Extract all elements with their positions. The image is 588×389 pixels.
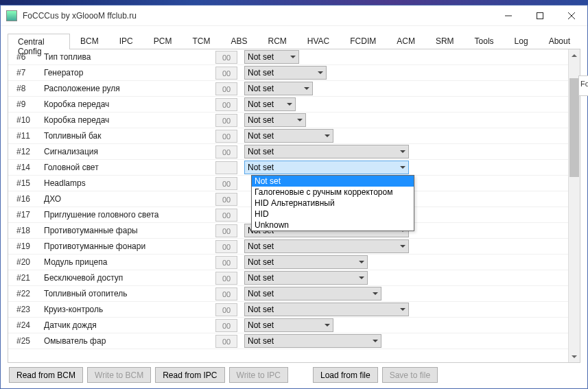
scroll-thumb[interactable] bbox=[569, 78, 579, 176]
row-value-combo[interactable]: Not set bbox=[244, 82, 313, 95]
row-id: #10 bbox=[8, 115, 44, 125]
chevron-down-icon bbox=[400, 245, 405, 248]
row-id: #18 bbox=[8, 226, 44, 235]
row-value-combo[interactable]: Not set bbox=[244, 255, 368, 269]
app-icon bbox=[6, 10, 17, 21]
dropdown-option[interactable]: HID bbox=[252, 209, 414, 220]
row-code-input[interactable]: 00 bbox=[215, 256, 237, 269]
row-code-input[interactable]: 00 bbox=[215, 67, 237, 80]
row-code-input[interactable]: 00 bbox=[215, 51, 237, 64]
combo-text: Not set bbox=[248, 68, 274, 78]
row-label: Противотуманные фонари bbox=[44, 241, 215, 251]
vertical-scrollbar[interactable] bbox=[568, 49, 580, 362]
write-to-bcm-button: Write to BCM bbox=[87, 367, 151, 383]
dropdown-option[interactable]: Галогеновые с ручным корректором bbox=[252, 187, 414, 198]
tab-tcm[interactable]: TCM bbox=[182, 33, 220, 49]
scroll-down-button[interactable] bbox=[569, 351, 580, 362]
config-row: #14Головной светNot set bbox=[8, 160, 568, 176]
combo-text: Not set bbox=[248, 131, 274, 141]
combo-dropdown[interactable]: Not setГалогеновые с ручным корректоромH… bbox=[251, 175, 414, 231]
chevron-down-icon bbox=[400, 166, 405, 169]
row-code-input[interactable]: 00 bbox=[215, 177, 237, 190]
combo-text: Not set bbox=[248, 273, 274, 283]
row-code-input[interactable]: 00 bbox=[215, 145, 237, 158]
maximize-button[interactable] bbox=[524, 5, 556, 26]
load-from-file-button[interactable]: Load from file bbox=[313, 367, 378, 383]
row-code-input[interactable]: 00 bbox=[215, 272, 237, 285]
tab-tools[interactable]: Tools bbox=[464, 33, 504, 49]
scroll-track[interactable] bbox=[569, 61, 580, 351]
row-value-combo[interactable]: Not set bbox=[244, 334, 381, 348]
config-row: #22Топливный отопитель00Not set bbox=[8, 286, 568, 302]
row-value-combo[interactable]: Not set bbox=[244, 129, 333, 143]
tab-pcm[interactable]: PCM bbox=[143, 33, 183, 49]
combo-text: Not set bbox=[248, 147, 274, 156]
row-value-combo[interactable]: Not set bbox=[244, 145, 409, 158]
combo-text: Not set bbox=[248, 257, 274, 267]
combo-text: Not set bbox=[248, 289, 274, 298]
combo-text: Not set bbox=[248, 115, 274, 125]
config-row: #8Расположение руля00Not set bbox=[8, 81, 568, 97]
tab-bcm[interactable]: BCM bbox=[70, 33, 109, 49]
row-label: Противотуманные фары bbox=[44, 226, 215, 235]
tab-central-config[interactable]: Central Config bbox=[8, 34, 70, 49]
row-code-input[interactable]: 00 bbox=[215, 98, 237, 111]
row-id: #14 bbox=[8, 163, 44, 172]
combo-text: Not set bbox=[248, 163, 274, 172]
row-code-input[interactable]: 00 bbox=[215, 240, 237, 253]
close-button[interactable] bbox=[556, 5, 587, 26]
window-title: FoCCCus by xGlоооM ffclub.ru bbox=[23, 11, 137, 21]
row-value-combo[interactable]: Not set bbox=[244, 287, 381, 300]
tab-log[interactable]: Log bbox=[504, 33, 539, 49]
scroll-up-button[interactable] bbox=[569, 49, 580, 61]
row-label: Headlamps bbox=[44, 178, 215, 188]
combo-text: Not set bbox=[248, 52, 274, 62]
dropdown-option[interactable]: HID Альтернативный bbox=[252, 198, 414, 209]
tab-rcm[interactable]: RCM bbox=[257, 33, 296, 49]
row-code-input[interactable]: 00 bbox=[215, 335, 237, 348]
row-value-combo[interactable]: Not set bbox=[244, 161, 409, 174]
row-value-combo[interactable]: Not set bbox=[244, 50, 299, 64]
row-code-input[interactable]: 00 bbox=[215, 193, 237, 206]
tab-srm[interactable]: SRM bbox=[425, 33, 464, 49]
row-label: Круиз-контроль bbox=[44, 305, 215, 314]
tab-abs[interactable]: ABS bbox=[220, 33, 257, 49]
row-value-combo[interactable]: Not set bbox=[244, 303, 409, 316]
row-code-input[interactable]: 00 bbox=[215, 82, 237, 95]
chevron-down-icon bbox=[359, 276, 364, 279]
tab-about[interactable]: About bbox=[539, 33, 580, 49]
row-value-combo[interactable]: Not set bbox=[244, 239, 409, 253]
row-code-input[interactable]: 00 bbox=[215, 114, 237, 127]
tab-ipc[interactable]: IPC bbox=[109, 33, 143, 49]
row-value-combo[interactable]: Not set bbox=[244, 113, 306, 127]
main-window: FoCCCus by xGlоооM ffclub.ru Central Con… bbox=[0, 5, 588, 389]
row-code-input[interactable]: 00 bbox=[215, 209, 237, 222]
row-value-combo[interactable]: Not set bbox=[244, 66, 327, 80]
dropdown-option[interactable]: Not set bbox=[252, 176, 414, 187]
read-from-ipc-button[interactable]: Read from IPC bbox=[155, 367, 224, 383]
tab-hvac[interactable]: HVAC bbox=[297, 33, 340, 49]
row-code-input[interactable] bbox=[215, 161, 237, 174]
chevron-down-icon bbox=[297, 119, 303, 121]
chevron-down-icon bbox=[373, 292, 378, 295]
minimize-button[interactable] bbox=[493, 5, 524, 26]
row-value-combo[interactable]: Not set bbox=[244, 97, 296, 111]
write-to-ipc-button: Write to IPC bbox=[229, 367, 288, 383]
dropdown-option[interactable]: Unknown bbox=[252, 220, 414, 231]
tab-fcdim[interactable]: FCDIM bbox=[340, 33, 386, 49]
row-code-input[interactable]: 00 bbox=[215, 130, 237, 143]
row-code-input[interactable]: 00 bbox=[215, 303, 237, 316]
row-code-input[interactable]: 00 bbox=[215, 319, 237, 332]
read-from-bcm-button[interactable]: Read from BCM bbox=[9, 367, 83, 383]
row-code-input[interactable]: 00 bbox=[215, 287, 237, 300]
row-value-combo[interactable]: Not set bbox=[244, 318, 333, 332]
row-label: Бесключевой доступ bbox=[44, 273, 215, 283]
row-value-combo[interactable]: Not set bbox=[244, 271, 368, 285]
row-label: Коробка передач bbox=[44, 115, 215, 125]
row-code-input[interactable]: 00 bbox=[215, 224, 237, 237]
row-id: #16 bbox=[8, 194, 44, 204]
combo-text: Not set bbox=[248, 305, 274, 314]
tab-acm[interactable]: ACM bbox=[386, 33, 425, 49]
combo-text: Not set bbox=[248, 336, 274, 346]
row-id: #15 bbox=[8, 178, 44, 188]
